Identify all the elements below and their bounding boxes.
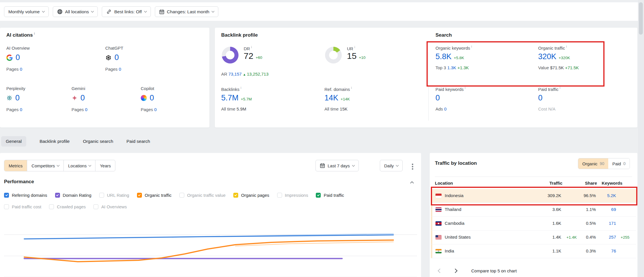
table-row-thailand[interactable]: Thailand 3.6K 1.1% 69 bbox=[431, 203, 636, 217]
checkbox-ai-overviews[interactable]: AI Overviews bbox=[93, 204, 127, 209]
chevron-down-icon bbox=[57, 164, 60, 166]
traffic-delta: +1.4K bbox=[566, 235, 577, 239]
table-row-united-states[interactable]: United States 1.4K +1.4K 0.4% 257 +255 bbox=[431, 231, 636, 244]
checkbox-box[interactable] bbox=[316, 193, 321, 198]
ar-value[interactable]: 73,157 bbox=[228, 72, 242, 76]
table-row-indonesia[interactable]: Indonesia 309.2K 96.5% 5.2K bbox=[431, 189, 636, 203]
checkbox-box[interactable] bbox=[99, 193, 104, 198]
checkbox-label: Organic traffic bbox=[145, 193, 172, 198]
metric-checkbox-row-1: Referring domains Domain Rating URL Rati… bbox=[4, 193, 344, 198]
tab-organic-search[interactable]: Organic search bbox=[83, 139, 113, 144]
checkbox-organic-traffic-value[interactable]: Organic traffic value bbox=[179, 193, 226, 198]
checkbox-referring-domains[interactable]: Referring domains bbox=[4, 193, 47, 198]
keywords-link[interactable]: 69 bbox=[611, 207, 616, 212]
checkbox-organic-traffic[interactable]: Organic traffic bbox=[137, 193, 172, 198]
checkbox-box[interactable] bbox=[49, 204, 54, 209]
ref-domains-value[interactable]: 14K bbox=[324, 93, 338, 102]
thailand-flag-icon bbox=[435, 207, 442, 212]
checkbox-box[interactable] bbox=[93, 204, 98, 209]
checkbox-box[interactable] bbox=[4, 193, 9, 198]
checkbox-box[interactable] bbox=[277, 193, 282, 198]
segment-competitors[interactable]: Competitors bbox=[27, 160, 63, 171]
paid-traffic-value[interactable]: 0 bbox=[538, 93, 542, 102]
checkbox-url-rating[interactable]: URL Rating bbox=[99, 193, 129, 198]
cost-label: Cost bbox=[538, 106, 547, 111]
pages-count-link[interactable]: 0 bbox=[20, 67, 22, 72]
perplexity-icon bbox=[6, 95, 12, 101]
backlinks-value[interactable]: 5.7M bbox=[221, 93, 239, 102]
ar-delta: 13,252,713 bbox=[243, 72, 269, 76]
chevron-down-icon bbox=[352, 164, 355, 166]
pages-count-link[interactable]: 0 bbox=[154, 107, 157, 112]
share-value: 0.5% bbox=[586, 221, 596, 226]
tab-backlink-profile[interactable]: Backlink profile bbox=[40, 139, 70, 144]
checkbox-crawled-pages[interactable]: Crawled pages bbox=[49, 204, 86, 209]
paid-keywords-value[interactable]: 0 bbox=[435, 93, 440, 102]
scrollbar-track[interactable] bbox=[638, 0, 644, 277]
scrollbar-thumb[interactable] bbox=[639, 2, 643, 35]
location-name: Thailand bbox=[445, 207, 461, 212]
top3-value[interactable]: 1.3K bbox=[447, 65, 456, 70]
checkbox-organic-pages[interactable]: Organic pages bbox=[233, 193, 269, 198]
column-location: Location bbox=[435, 181, 453, 186]
compare-top5-label[interactable]: Compare top 5 on chart bbox=[471, 268, 517, 273]
checkbox-box[interactable] bbox=[137, 193, 142, 198]
ads-value[interactable]: 0 bbox=[444, 106, 446, 111]
table-row-india[interactable]: India 1.1K 0.3% 76 bbox=[431, 244, 636, 258]
indonesia-flag-icon bbox=[435, 194, 442, 198]
checkbox-label: Organic pages bbox=[241, 193, 269, 198]
section-tabs: General Backlink profile Organic search … bbox=[1, 136, 150, 147]
toggle-organic[interactable]: Organic90 bbox=[578, 158, 608, 169]
organic-traffic-value[interactable]: 320K bbox=[538, 52, 556, 61]
filter-best-links[interactable]: Best links: Off bbox=[102, 6, 151, 17]
performance-line-chart[interactable] bbox=[0, 225, 421, 277]
date-range-button[interactable]: Last 7 days bbox=[316, 160, 359, 171]
checkbox-box[interactable] bbox=[179, 193, 184, 198]
chart-config-segments: Metrics Competitors Locations Years bbox=[4, 160, 115, 171]
filter-all-locations[interactable]: All locations bbox=[53, 6, 98, 17]
checkbox-paid-traffic[interactable]: Paid traffic bbox=[316, 193, 344, 198]
prev-page-chevron-icon[interactable] bbox=[438, 269, 442, 273]
checkbox-domain-rating[interactable]: Domain Rating bbox=[55, 193, 91, 198]
keywords-link[interactable]: 171 bbox=[609, 221, 616, 226]
filter-changes[interactable]: Changes: Last month bbox=[155, 6, 218, 17]
collapse-chevron-up-icon[interactable] bbox=[410, 181, 414, 185]
filter-monthly-volume[interactable]: Monthly volume bbox=[4, 6, 49, 17]
toggle-label: Paid bbox=[612, 161, 621, 166]
toggle-paid[interactable]: Paid0 bbox=[608, 158, 630, 169]
keywords-link[interactable]: 5.2K bbox=[607, 193, 616, 198]
checkbox-box[interactable] bbox=[4, 204, 9, 209]
tab-general[interactable]: General bbox=[1, 136, 26, 147]
segment-metrics[interactable]: Metrics bbox=[4, 160, 27, 171]
pages-count-link[interactable]: 0 bbox=[119, 67, 121, 72]
share-value: 1.1% bbox=[586, 207, 596, 212]
checkbox-box[interactable] bbox=[233, 193, 238, 198]
more-options-icon[interactable] bbox=[411, 162, 414, 171]
organic-traffic-label: Organic traffic bbox=[538, 46, 579, 50]
traffic-by-location-panel: Traffic by location Organic90 Paid0 Loca… bbox=[430, 153, 637, 277]
checkbox-box[interactable] bbox=[55, 193, 60, 198]
organic-keywords-value[interactable]: 5.8K bbox=[435, 52, 452, 61]
segment-locations[interactable]: Locations bbox=[63, 160, 95, 171]
citations-count: 0 bbox=[150, 93, 154, 102]
keywords-link[interactable]: 76 bbox=[611, 248, 616, 253]
value-label: Value bbox=[538, 65, 549, 70]
granularity-button[interactable]: Daily bbox=[380, 160, 403, 171]
pages-count-link[interactable]: 0 bbox=[20, 107, 22, 112]
granularity-label: Daily bbox=[384, 163, 394, 168]
checkbox-paid-traffic-cost[interactable]: Paid traffic cost bbox=[4, 204, 41, 209]
keywords-link[interactable]: 257 bbox=[609, 235, 616, 239]
keywords-delta: +255 bbox=[621, 235, 629, 239]
next-page-chevron-icon[interactable] bbox=[453, 269, 458, 273]
gemini-icon bbox=[72, 95, 78, 101]
paid-keywords-label: Paid keywords bbox=[435, 87, 465, 92]
pages-count-link[interactable]: 0 bbox=[85, 107, 87, 112]
segment-years[interactable]: Years bbox=[95, 160, 115, 171]
pages-label: Pages bbox=[72, 107, 84, 112]
checkbox-impressions[interactable]: Impressions bbox=[277, 193, 308, 198]
table-row-cambodia[interactable]: Cambodia 1.6K 0.5% 171 bbox=[431, 217, 636, 231]
engine-name: Gemini bbox=[72, 86, 135, 91]
tab-paid-search[interactable]: Paid search bbox=[127, 139, 150, 144]
filter-label: Best links: Off bbox=[114, 9, 142, 14]
alltime-value: 15K bbox=[340, 106, 348, 111]
